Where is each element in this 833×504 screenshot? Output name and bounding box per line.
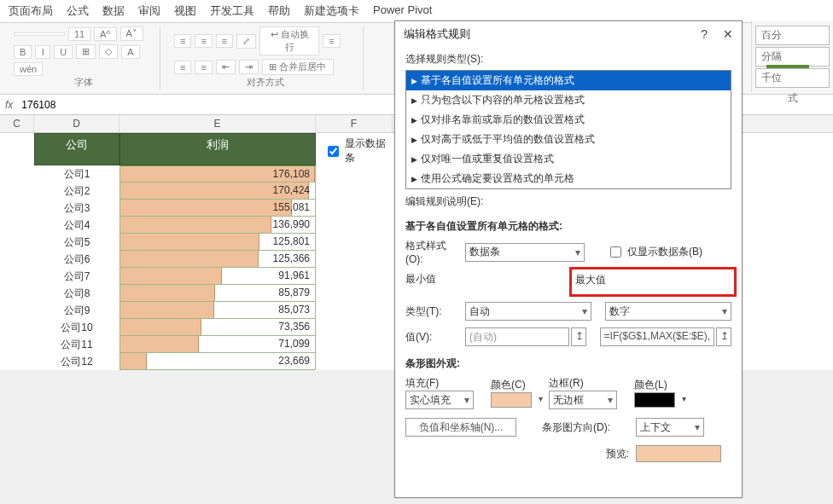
profit-cell[interactable]: 136,990 (119, 217, 316, 234)
company-cell[interactable]: 公司2 (34, 182, 119, 200)
ribbon-tabs: 页面布局 公式 数据 审阅 视图 开发工具 帮助 新建选项卡 Power Piv… (0, 0, 833, 23)
border-icon[interactable]: ⊞ (76, 44, 96, 59)
fill-color-icon[interactable]: ◇ (99, 44, 118, 59)
tab-data[interactable]: 数据 (102, 3, 125, 19)
profit-cell[interactable]: 85,073 (119, 302, 316, 319)
company-cell[interactable]: 公司8 (34, 285, 119, 302)
show-databar-checkbox[interactable]: 显示数据条 (324, 136, 393, 165)
profit-cell[interactable]: 85,879 (119, 285, 316, 302)
indent-inc-icon[interactable]: ⇥ (239, 60, 259, 74)
profit-cell[interactable]: 125,366 (119, 251, 316, 268)
company-cell[interactable]: 公司11 (34, 336, 119, 353)
fill-color-label: 颜色(C) (491, 378, 532, 392)
profit-cell[interactable]: 176,108 (119, 165, 316, 182)
rule-subtitle: 基于各自值设置所有单元格的格式: (405, 219, 731, 234)
wrap-text-button[interactable]: ↩ 自动换行 (259, 26, 319, 55)
company-cell[interactable]: 公司9 (34, 302, 119, 319)
tab-developer[interactable]: 开发工具 (210, 3, 254, 19)
rule-type-unique[interactable]: ▶仅对唯一值或重复值设置格式 (406, 149, 731, 169)
company-cell[interactable]: 公司5 (34, 234, 119, 251)
rule-type-all-values[interactable]: ▶基于各自值设置所有单元格的格式 (406, 71, 731, 90)
profit-cell[interactable]: 73,356 (119, 319, 316, 336)
profit-cell[interactable]: 125,801 (119, 234, 316, 251)
value-label: 值(V): (405, 330, 460, 345)
edit-rule-desc-label: 编辑规则说明(E): (405, 194, 731, 209)
align-center-icon[interactable]: ≡ (174, 61, 191, 74)
max-value-ref-icon[interactable]: ↥ (716, 327, 731, 346)
close-icon[interactable]: ✕ (723, 27, 733, 41)
decrease-font-icon[interactable]: A˅ (120, 26, 143, 41)
profit-cell[interactable]: 91,961 (119, 268, 316, 285)
orientation-icon[interactable]: ⤢ (236, 34, 256, 49)
italic-icon[interactable]: I (35, 45, 50, 59)
company-cell[interactable]: 公司7 (34, 268, 119, 285)
dialog-title: 编辑格式规则 (404, 26, 470, 42)
bold-icon[interactable]: B (14, 45, 32, 59)
tab-new[interactable]: 新建选项卡 (304, 3, 359, 19)
col-header-f[interactable]: F (316, 115, 393, 132)
fill-color-swatch[interactable] (491, 392, 532, 408)
company-cell[interactable]: 公司4 (34, 217, 119, 234)
company-cell[interactable]: 公司6 (34, 251, 119, 268)
align-left-icon[interactable]: ≡ (323, 34, 340, 48)
rule-type-formula[interactable]: ▶使用公式确定要设置格式的单元格 (406, 169, 731, 188)
indent-dec-icon[interactable]: ⇤ (216, 60, 236, 74)
tab-formulas[interactable]: 公式 (67, 3, 89, 19)
group-align-label: 对齐方式 (174, 76, 356, 90)
header-profit: 利润 (119, 133, 316, 165)
align-top-icon[interactable]: ≡ (174, 34, 191, 48)
tab-review[interactable]: 审阅 (138, 3, 160, 19)
phonetic-icon[interactable]: wén (14, 62, 43, 76)
min-value-input[interactable]: (自动) (465, 327, 569, 346)
align-middle-icon[interactable]: ≡ (195, 34, 212, 48)
company-cell[interactable]: 公司10 (34, 319, 119, 336)
align-right-icon[interactable]: ≡ (195, 61, 212, 74)
border-label: 边框(R) (549, 376, 617, 391)
max-value-input[interactable]: =IF($G$1,MAX($E:$E), (600, 327, 714, 346)
increase-font-icon[interactable]: A^ (94, 27, 117, 41)
min-value-ref-icon[interactable]: ↥ (571, 327, 586, 346)
rule-type-top-bottom[interactable]: ▶仅对排名靠前或靠后的数值设置格式 (406, 110, 731, 130)
max-value-label: 最大值 (575, 273, 731, 287)
align-bottom-icon[interactable]: ≡ (216, 34, 233, 48)
underline-icon[interactable]: U (54, 45, 73, 59)
fill-select[interactable]: 实心填充 (405, 391, 474, 409)
company-cell[interactable]: 公司1 (34, 165, 119, 182)
col-header-c[interactable]: C (0, 115, 34, 132)
merge-center-button[interactable]: ⊞ 合并后居中 (262, 59, 334, 75)
border-color-label: 颜色(L) (634, 378, 675, 392)
col-header-d[interactable]: D (34, 115, 119, 132)
format-style-select[interactable]: 数据条 (465, 243, 585, 262)
company-cell[interactable]: 公司12 (34, 353, 119, 370)
col-header-e[interactable]: E (119, 115, 316, 132)
profit-cell[interactable]: 23,669 (119, 353, 316, 370)
group-font-label: 字体 (14, 76, 153, 90)
rule-type-contains[interactable]: ▶只为包含以下内容的单元格设置格式 (406, 90, 731, 110)
profit-cell[interactable]: 170,424 (119, 182, 316, 200)
bar-appearance-label: 条形图外观: (405, 356, 731, 371)
min-type-select[interactable]: 自动 (465, 302, 591, 321)
border-select[interactable]: 无边框 (549, 391, 617, 409)
font-size[interactable]: 11 (68, 27, 90, 41)
help-icon[interactable]: ? (701, 27, 708, 41)
tab-help[interactable]: 帮助 (268, 3, 290, 19)
fx-icon[interactable]: fx (5, 99, 13, 111)
company-cell[interactable]: 公司3 (34, 200, 119, 217)
negative-axis-button[interactable]: 负值和坐标轴(N)... (405, 418, 516, 437)
format-style-label: 格式样式(O): (405, 239, 460, 265)
bar-direction-select[interactable]: 上下文 (636, 418, 704, 437)
tab-powerpivot[interactable]: Power Pivot (373, 3, 432, 19)
font-color-icon[interactable]: A (121, 45, 139, 59)
tab-page-layout[interactable]: 页面布局 (9, 3, 53, 19)
max-type-select[interactable]: 数字 (605, 302, 731, 321)
fill-label: 填充(F) (405, 376, 474, 391)
edit-format-rule-dialog: 编辑格式规则 ? ✕ 选择规则类型(S): ▶基于各自值设置所有单元格的格式 ▶… (394, 20, 743, 498)
profit-cell[interactable]: 71,099 (119, 336, 316, 353)
font-box[interactable] (14, 32, 65, 36)
profit-cell[interactable]: 155,081 (119, 200, 316, 217)
show-bar-only-checkbox[interactable]: 仅显示数据条(B) (607, 244, 702, 260)
styles-label: 式 (755, 91, 830, 106)
border-color-swatch[interactable] (634, 392, 675, 408)
tab-view[interactable]: 视图 (174, 3, 196, 19)
rule-type-average[interactable]: ▶仅对高于或低于平均值的数值设置格式 (406, 130, 731, 149)
